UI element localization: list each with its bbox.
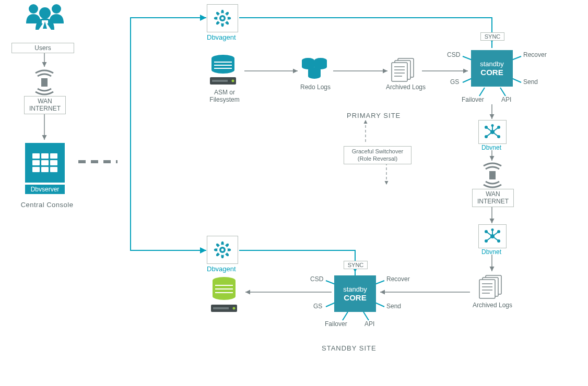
svg-rect-109 bbox=[213, 307, 229, 309]
central-console-label: Central Console bbox=[10, 201, 84, 209]
svg-rect-88 bbox=[479, 280, 495, 298]
svg-point-28 bbox=[29, 4, 38, 14]
svg-point-95 bbox=[221, 249, 224, 251]
primary-site-title: PRIMARY SITE bbox=[347, 112, 401, 119]
svg-rect-40 bbox=[50, 160, 57, 165]
dbvagent-label-2: Dbvagent bbox=[207, 265, 236, 273]
wan-icon bbox=[32, 69, 56, 96]
svg-rect-107 bbox=[215, 292, 233, 293]
users-icon bbox=[23, 3, 67, 32]
core-text-2a: standby bbox=[343, 285, 367, 293]
wan-label: WAN INTERNET bbox=[24, 96, 66, 114]
svg-line-22 bbox=[375, 281, 384, 284]
dbvnet-label-1: Dbvnet bbox=[481, 144, 501, 151]
svg-rect-34 bbox=[41, 78, 48, 87]
svg-line-23 bbox=[375, 303, 384, 307]
dbvnet-icon-2 bbox=[478, 224, 507, 248]
standby-site-title: STANDBY SITE bbox=[322, 344, 377, 352]
dbvnet-label-2: Dbvnet bbox=[481, 248, 501, 256]
asm-label: ASM or Filesystem bbox=[205, 89, 244, 103]
spoke-api-1: API bbox=[501, 96, 511, 103]
archived-logs-label-2: Archived Logs bbox=[469, 301, 516, 309]
svg-point-100 bbox=[216, 244, 218, 246]
svg-point-103 bbox=[227, 254, 229, 256]
svg-point-97 bbox=[221, 256, 224, 258]
core-text-1a: standby bbox=[480, 60, 504, 68]
svg-line-25 bbox=[363, 312, 369, 320]
svg-rect-43 bbox=[50, 167, 57, 172]
archived-logs-label-1: Archived Logs bbox=[382, 83, 429, 91]
dbvagent-label-1: Dbvagent bbox=[207, 33, 236, 41]
spoke-send-1: Send bbox=[523, 78, 538, 86]
standby-core-2: standby CORE bbox=[334, 275, 376, 312]
svg-rect-61 bbox=[212, 80, 228, 82]
spoke-sync-2: SYNC bbox=[344, 261, 368, 269]
dbvagent-icon-1 bbox=[207, 4, 238, 32]
svg-rect-59 bbox=[214, 68, 232, 69]
switchover-label: Graceful Switchover (Role Reversal) bbox=[344, 146, 411, 164]
spoke-send-2: Send bbox=[386, 303, 401, 310]
dbvserver-icon bbox=[25, 143, 65, 183]
svg-line-9 bbox=[512, 56, 521, 60]
svg-point-102 bbox=[216, 254, 218, 256]
spoke-recover-2: Recover bbox=[386, 275, 410, 283]
svg-point-110 bbox=[233, 307, 236, 310]
svg-rect-38 bbox=[32, 160, 40, 165]
standby-core-1: standby CORE bbox=[471, 50, 513, 87]
svg-rect-58 bbox=[214, 65, 232, 66]
svg-line-10 bbox=[512, 78, 521, 82]
spoke-recover-1: Recover bbox=[523, 51, 547, 58]
redo-logs-icon bbox=[299, 56, 330, 80]
svg-line-11 bbox=[479, 88, 485, 96]
wan-icon-2 bbox=[480, 162, 504, 189]
svg-rect-37 bbox=[50, 153, 57, 159]
svg-point-29 bbox=[52, 4, 61, 14]
core-text-2b: CORE bbox=[344, 293, 366, 302]
spoke-failover-1: Failover bbox=[462, 96, 484, 103]
svg-point-101 bbox=[227, 244, 229, 246]
dbvnet-icon-1 bbox=[478, 120, 507, 144]
archived-logs-icon-1 bbox=[390, 56, 419, 82]
svg-rect-105 bbox=[215, 285, 233, 286]
archived-logs-icon-2 bbox=[477, 273, 507, 299]
svg-rect-35 bbox=[32, 153, 40, 159]
svg-rect-36 bbox=[41, 153, 49, 159]
standby-db-icon bbox=[208, 276, 240, 314]
dbvserver-label: Dbvserver bbox=[25, 185, 65, 194]
dbvagent-icon-2 bbox=[207, 236, 238, 264]
svg-point-98 bbox=[214, 249, 216, 251]
spoke-csd-2: CSD bbox=[310, 275, 323, 283]
spoke-csd-1: CSD bbox=[447, 51, 460, 58]
wan-label-2: WAN INTERNET bbox=[472, 189, 514, 207]
svg-rect-79 bbox=[489, 171, 496, 179]
asm-icon bbox=[207, 54, 239, 87]
redo-logs-label: Redo Logs bbox=[296, 83, 335, 91]
svg-rect-41 bbox=[32, 167, 40, 172]
svg-point-62 bbox=[232, 80, 234, 82]
svg-rect-39 bbox=[41, 160, 49, 165]
users-label: Users bbox=[11, 43, 74, 53]
svg-rect-57 bbox=[214, 62, 232, 63]
svg-point-55 bbox=[221, 17, 224, 20]
spoke-api-2: API bbox=[364, 320, 374, 328]
spoke-gs-1: GS bbox=[450, 78, 459, 86]
svg-line-12 bbox=[500, 88, 505, 96]
svg-rect-68 bbox=[392, 63, 407, 81]
spoke-failover-2: Failover bbox=[325, 320, 347, 328]
svg-point-30 bbox=[39, 7, 51, 19]
svg-point-99 bbox=[229, 249, 231, 251]
svg-rect-42 bbox=[41, 167, 49, 172]
spoke-sync-1: SYNC bbox=[480, 32, 504, 41]
svg-line-24 bbox=[343, 312, 348, 320]
core-text-1b: CORE bbox=[480, 68, 503, 77]
spoke-gs-2: GS bbox=[313, 303, 322, 310]
svg-rect-106 bbox=[215, 288, 233, 290]
svg-point-96 bbox=[221, 242, 224, 244]
